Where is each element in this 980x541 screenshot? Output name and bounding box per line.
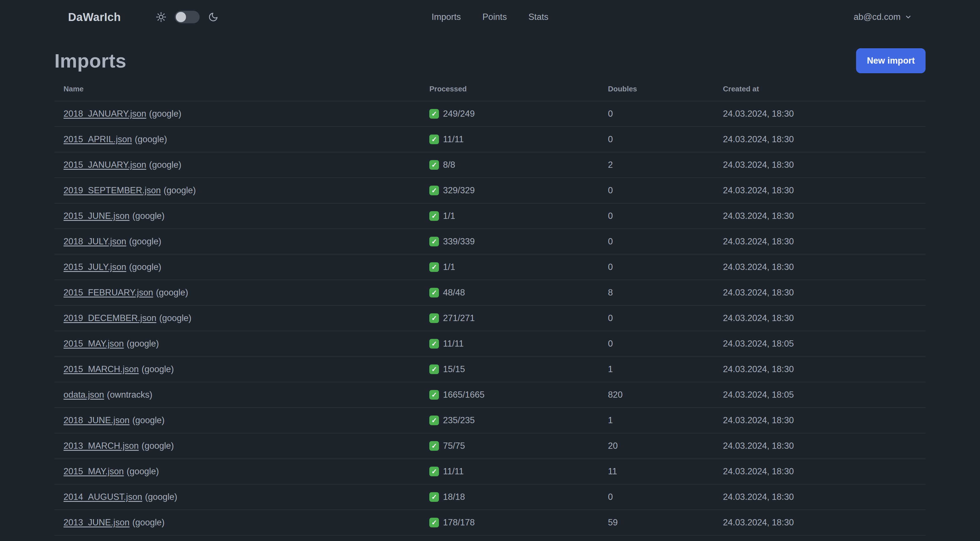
import-file-link[interactable]: 2019_SEPTEMBER.json: [64, 185, 161, 195]
processed-count: 1/1: [443, 262, 455, 272]
import-file-link[interactable]: 2018_JULY.json: [64, 236, 126, 246]
table-row: 2015_JULY.json(google) ✓ 1/1 0 24.03.202…: [54, 254, 926, 280]
page-title: Imports: [54, 49, 126, 72]
created-at-cell: 24.03.2024, 18:05: [714, 382, 926, 408]
table-row: 2015_MAY.json(google) ✓ 11/11 0 24.03.20…: [54, 331, 926, 356]
import-file-link[interactable]: 2015_APRIL.json: [64, 134, 132, 144]
nav-link-points[interactable]: Points: [474, 7, 515, 27]
processed-count: 178/178: [443, 517, 475, 528]
main-nav: Imports Points Stats: [424, 7, 556, 27]
doubles-cell: 0: [599, 101, 714, 127]
name-cell: 2015_JUNE.json(google): [54, 203, 420, 229]
processed-cell: ✓ 8/8: [420, 152, 599, 178]
processed-cell: ✓ 18/18: [420, 484, 599, 510]
doubles-cell: 0: [599, 484, 714, 510]
success-check-icon: ✓: [429, 134, 439, 144]
name-cell: 2018_JUNE.json(google): [54, 408, 420, 433]
success-check-icon: ✓: [429, 364, 439, 374]
processed-count: 48/48: [443, 287, 465, 298]
moon-icon: [208, 12, 218, 22]
import-file-link[interactable]: 2015_FEBRUARY.json: [64, 287, 153, 297]
success-check-icon: ✓: [429, 160, 439, 170]
table-row: 2015_JANUARY.json(google) ✓ 8/8 2 24.03.…: [54, 152, 926, 178]
success-check-icon: ✓: [429, 262, 439, 272]
created-at-cell: [714, 535, 926, 541]
sun-icon: [156, 12, 166, 22]
created-at-cell: 24.03.2024, 18:30: [714, 356, 926, 382]
processed-cell: ✓ 11/11: [420, 127, 599, 152]
doubles-cell: 1: [599, 356, 714, 382]
import-source: (google): [149, 160, 181, 170]
name-cell: 2019_DECEMBER.json(google): [54, 305, 420, 331]
table-row: 2019_DECEMBER.json(google) ✓ 271/271 0 2…: [54, 305, 926, 331]
import-file-link[interactable]: 2015_JUNE.json: [64, 211, 130, 221]
import-source: (google): [129, 262, 161, 272]
processed-count: 235/235: [443, 415, 475, 426]
import-source: (google): [149, 109, 181, 119]
new-import-button[interactable]: New import: [856, 48, 926, 73]
processed-cell: ✓: [420, 535, 599, 541]
success-check-icon: ✓: [429, 211, 439, 221]
processed-count: 18/18: [443, 492, 465, 502]
import-source: (google): [135, 134, 167, 144]
processed-count: 75/75: [443, 441, 465, 451]
import-file-link[interactable]: 2015_MARCH.json: [64, 364, 138, 374]
doubles-cell: [599, 535, 714, 541]
table-row: 2014_AUGUST.json(google) ✓ 18/18 0 24.03…: [54, 484, 926, 510]
processed-cell: ✓ 339/339: [420, 229, 599, 254]
import-source: (google): [142, 364, 174, 374]
import-file-link[interactable]: 2014_AUGUST.json: [64, 492, 142, 502]
success-check-icon: ✓: [429, 390, 439, 400]
import-source: (google): [127, 338, 159, 349]
import-source: (google): [159, 313, 191, 323]
doubles-cell: 8: [599, 280, 714, 305]
processed-cell: ✓ 75/75: [420, 433, 599, 459]
table-row: odata.json(owntracks) ✓ 1665/1665 820 24…: [54, 382, 926, 408]
import-file-link[interactable]: 2015_MAY.json: [64, 466, 124, 476]
doubles-cell: 0: [599, 305, 714, 331]
import-file-link[interactable]: 2015_MAY.json: [64, 338, 124, 349]
name-cell: 2014_AUGUST.json(google): [54, 484, 420, 510]
processed-count: 1665/1665: [443, 390, 485, 400]
created-at-cell: 24.03.2024, 18:30: [714, 203, 926, 229]
success-check-icon: ✓: [429, 288, 439, 297]
import-file-link[interactable]: 2015_JANUARY.json: [64, 160, 146, 170]
import-file-link[interactable]: 2013_MARCH.json: [64, 441, 138, 451]
table-row: 2018_JANUARY.json(google) ✓ 249/249 0 24…: [54, 101, 926, 127]
success-check-icon: ✓: [429, 339, 439, 349]
processed-count: 11/11: [443, 338, 464, 349]
nav-link-stats[interactable]: Stats: [520, 7, 556, 27]
name-cell: 2013_MARCH.json(google): [54, 433, 420, 459]
processed-cell: ✓ 11/11: [420, 331, 599, 356]
import-file-link[interactable]: 2018_JANUARY.json: [64, 109, 146, 119]
name-cell: 2015_JANUARY.json(google): [54, 152, 420, 178]
name-cell: 2018_JULY.json(google): [54, 229, 420, 254]
theme-toggle[interactable]: [175, 11, 200, 23]
import-file-link[interactable]: 2013_JUNE.json: [64, 517, 130, 527]
processed-cell: ✓ 1665/1665: [420, 382, 599, 408]
import-source: (google): [132, 211, 165, 221]
user-menu-button[interactable]: ab@cd.com: [854, 12, 912, 22]
import-source: (google): [132, 415, 165, 425]
doubles-cell: 0: [599, 229, 714, 254]
import-file-link[interactable]: 2018_JUNE.json: [64, 415, 130, 425]
import-file-link[interactable]: 2015_JULY.json: [64, 262, 126, 272]
import-source: (google): [164, 185, 196, 195]
main-content: Imports New import Name Processed Double…: [54, 34, 926, 541]
nav-link-imports[interactable]: Imports: [424, 7, 469, 27]
import-source: (google): [127, 466, 159, 476]
processed-cell: ✓ 11/11: [420, 459, 599, 484]
import-file-link[interactable]: odata.json: [64, 390, 104, 400]
column-header-processed: Processed: [420, 79, 599, 101]
created-at-cell: 24.03.2024, 18:30: [714, 305, 926, 331]
processed-cell: ✓ 178/178: [420, 510, 599, 535]
navbar-left: DaWarIch: [68, 11, 218, 24]
created-at-cell: 24.03.2024, 18:05: [714, 331, 926, 356]
table-body: 2018_JANUARY.json(google) ✓ 249/249 0 24…: [54, 101, 926, 541]
success-check-icon: ✓: [429, 415, 439, 425]
brand-logo[interactable]: DaWarIch: [68, 11, 121, 24]
import-file-link[interactable]: 2019_DECEMBER.json: [64, 313, 156, 323]
success-check-icon: ✓: [429, 109, 439, 119]
created-at-cell: 24.03.2024, 18:30: [714, 433, 926, 459]
name-cell: 2015_APRIL.json(google): [54, 127, 420, 152]
